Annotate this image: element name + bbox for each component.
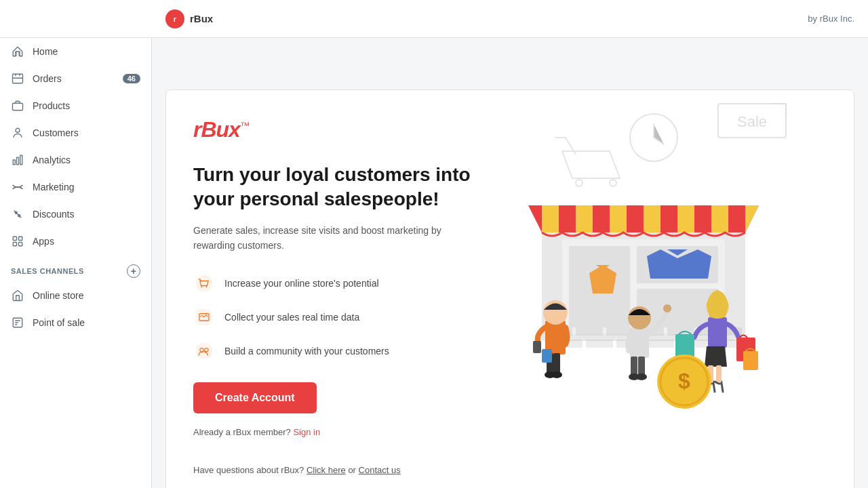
svg-point-52 xyxy=(551,371,562,378)
add-sales-channel-button[interactable]: + xyxy=(127,264,140,278)
svg-point-12 xyxy=(196,274,213,291)
community-icon xyxy=(193,340,215,362)
illustration-svg: Sale xyxy=(501,90,854,470)
svg-rect-69 xyxy=(743,351,758,370)
sidebar-item-discounts[interactable]: Discounts xyxy=(0,201,151,228)
svg-rect-7 xyxy=(13,237,16,240)
svg-text:$: $ xyxy=(678,369,690,393)
svg-rect-65 xyxy=(716,365,722,382)
products-icon xyxy=(11,99,24,113)
sales-channels-label: Sales Channels xyxy=(11,267,84,275)
sidebar: Home Orders 46 Products Customers Anal xyxy=(0,38,152,488)
svg-rect-47 xyxy=(745,199,762,239)
sales-data-icon xyxy=(193,306,215,328)
create-account-button[interactable]: Create Account xyxy=(193,382,317,413)
discounts-icon xyxy=(11,207,24,221)
svg-rect-8 xyxy=(19,237,22,240)
svg-rect-3 xyxy=(17,157,19,165)
sidebar-item-orders-label: Orders xyxy=(33,73,62,84)
orders-icon xyxy=(11,72,24,85)
sidebar-item-pos-label: Point of sale xyxy=(33,317,85,328)
svg-point-21 xyxy=(610,180,616,186)
sidebar-item-online-store[interactable]: Online store xyxy=(0,282,151,309)
apps-icon xyxy=(11,235,24,248)
store-potential-icon xyxy=(193,272,215,294)
svg-rect-4 xyxy=(20,155,22,165)
sidebar-item-orders[interactable]: Orders 46 xyxy=(0,65,151,92)
svg-point-60 xyxy=(636,373,647,380)
svg-rect-2 xyxy=(13,160,15,165)
svg-rect-58 xyxy=(638,357,645,375)
svg-rect-37 xyxy=(586,340,613,348)
sidebar-item-apps[interactable]: Apps xyxy=(0,228,151,255)
sidebar-item-marketing-label: Marketing xyxy=(33,182,74,192)
sidebar-item-home-label: Home xyxy=(33,46,58,57)
sidebar-item-marketing[interactable]: Marketing xyxy=(0,174,151,201)
online-store-icon xyxy=(11,289,24,302)
list-item: Collect your sales real time data xyxy=(193,306,478,328)
svg-point-62 xyxy=(663,304,671,312)
topbar-app-name: rBux xyxy=(190,13,213,24)
svg-rect-56 xyxy=(630,327,649,358)
svg-rect-39 xyxy=(647,340,674,348)
svg-point-17 xyxy=(196,342,213,359)
sidebar-item-customers-label: Customers xyxy=(33,127,79,138)
svg-text:Sale: Sale xyxy=(737,113,767,130)
analytics-icon xyxy=(11,153,24,167)
sidebar-item-point-of-sale[interactable]: Point of sale xyxy=(0,309,151,336)
illustration-area: Sale xyxy=(501,90,854,488)
sign-in-link[interactable]: Sign in xyxy=(293,427,320,437)
sidebar-item-products[interactable]: Products xyxy=(0,92,151,119)
sidebar-item-customers[interactable]: Customers xyxy=(0,119,151,146)
already-member-text: Already a rBux member? Sign in xyxy=(193,427,320,437)
marketing-icon xyxy=(11,180,24,194)
svg-rect-54 xyxy=(533,341,541,353)
sidebar-item-apps-label: Apps xyxy=(33,236,54,247)
main-content: rBux™ Turn your loyal customers into you… xyxy=(152,76,868,488)
feature-text-store: Increase your online store's potential xyxy=(224,278,379,289)
svg-rect-63 xyxy=(708,317,727,348)
feature-text-sales: Collect your sales real time data xyxy=(224,312,359,323)
home-icon xyxy=(11,45,24,58)
svg-rect-50 xyxy=(553,353,560,373)
click-here-link[interactable]: Click here xyxy=(307,465,346,475)
sidebar-item-products-label: Products xyxy=(33,100,70,111)
svg-rect-9 xyxy=(13,243,16,246)
svg-rect-31 xyxy=(576,327,603,336)
list-item: Increase your online store's potential xyxy=(193,272,478,294)
svg-rect-0 xyxy=(13,74,23,83)
topbar-logo-circle: r xyxy=(165,9,184,28)
subheadline: Generate sales, increase site visits and… xyxy=(193,223,478,253)
sidebar-item-online-store-label: Online store xyxy=(33,290,83,301)
content-card: rBux™ Turn your loyal customers into you… xyxy=(165,89,854,488)
svg-point-1 xyxy=(16,128,20,132)
sidebar-item-home[interactable]: Home xyxy=(0,38,151,65)
feature-text-community: Build a community with your customers xyxy=(224,346,389,357)
svg-rect-57 xyxy=(631,357,637,375)
svg-rect-55 xyxy=(542,349,552,363)
svg-rect-10 xyxy=(19,243,22,246)
features-list: Increase your online store's potential C… xyxy=(193,272,478,362)
content-left: Turn your loyal customers into your pers… xyxy=(193,163,478,438)
topbar: r rBux by rBux Inc. xyxy=(0,0,868,38)
headline: Turn your loyal customers into your pers… xyxy=(193,163,478,212)
topbar-by-label: by rBux Inc. xyxy=(808,14,854,24)
svg-point-13 xyxy=(201,286,202,287)
pos-icon xyxy=(11,316,24,329)
sales-channels-header: Sales Channels + xyxy=(0,255,151,282)
topbar-logo: r rBux xyxy=(165,9,213,28)
sidebar-item-analytics-label: Analytics xyxy=(33,155,71,165)
contact-us-link[interactable]: Contact us xyxy=(359,465,401,475)
sidebar-item-analytics[interactable]: Analytics xyxy=(0,146,151,174)
list-item: Build a community with your customers xyxy=(193,340,478,362)
svg-point-20 xyxy=(576,180,583,186)
customers-icon xyxy=(11,126,24,140)
sidebar-item-discounts-label: Discounts xyxy=(33,209,74,220)
svg-point-14 xyxy=(205,286,207,287)
orders-badge: 46 xyxy=(123,74,140,83)
